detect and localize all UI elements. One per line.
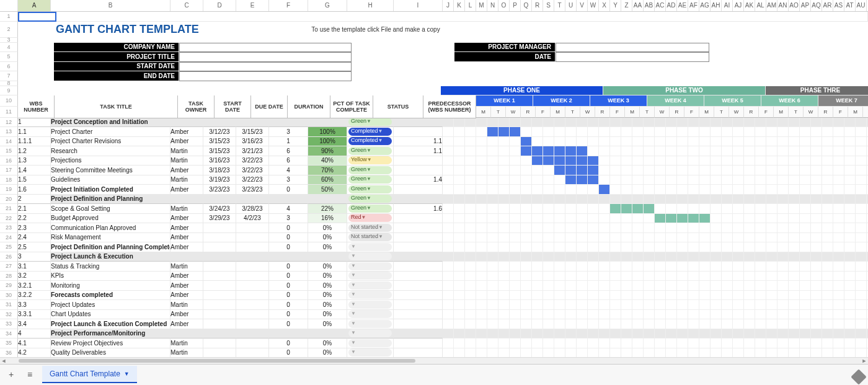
gantt-cell[interactable] — [510, 252, 521, 262]
gantt-cell[interactable] — [856, 223, 867, 233]
gantt-cell[interactable] — [699, 156, 711, 166]
gantt-cell[interactable] — [711, 166, 722, 175]
gantt-cell[interactable] — [677, 329, 688, 339]
gantt-cell[interactable] — [465, 233, 476, 243]
gantt-cell[interactable] — [510, 262, 521, 272]
gantt-cell[interactable] — [711, 223, 722, 233]
cell-wbs[interactable]: 3.2 — [18, 272, 51, 281]
gantt-cell[interactable] — [621, 310, 632, 320]
cell-pct[interactable]: 100% — [308, 137, 347, 147]
gantt-cell[interactable] — [632, 223, 644, 233]
cell-owner[interactable]: Martin — [170, 156, 203, 166]
gantt-cell[interactable] — [588, 300, 599, 310]
gantt-cell[interactable] — [766, 242, 777, 252]
cell-duration[interactable]: 0 — [269, 223, 308, 233]
gantt-cell[interactable] — [722, 319, 733, 329]
gantt-cell[interactable] — [811, 310, 822, 320]
gantt-cell[interactable] — [777, 156, 789, 166]
gantt-cell[interactable] — [532, 300, 543, 310]
gantt-cell[interactable] — [822, 195, 833, 205]
gantt-cell[interactable] — [744, 204, 755, 214]
gantt-cell[interactable] — [621, 156, 632, 166]
gantt-cell[interactable] — [554, 300, 565, 310]
gantt-cell[interactable] — [677, 319, 688, 329]
cell-start[interactable]: 3/19/23 — [203, 175, 236, 185]
col-T[interactable]: T — [554, 0, 565, 11]
cell-duration[interactable] — [269, 195, 308, 205]
gantt-cell[interactable] — [688, 214, 699, 224]
cell-start[interactable] — [203, 291, 236, 301]
cell-duration[interactable] — [269, 329, 308, 339]
gantt-cell[interactable] — [454, 262, 465, 272]
gantt-cell[interactable] — [777, 329, 789, 339]
gantt-cell[interactable] — [789, 300, 800, 310]
gantt-cell[interactable] — [577, 233, 588, 243]
gantt-cell[interactable] — [610, 329, 621, 339]
gantt-cell[interactable] — [577, 339, 588, 348]
cell-due[interactable] — [236, 300, 269, 310]
gantt-cell[interactable] — [744, 339, 755, 348]
gantt-cell[interactable] — [766, 166, 777, 175]
gantt-cell[interactable] — [755, 166, 766, 175]
gantt-cell[interactable] — [443, 214, 454, 224]
gantt-cell[interactable] — [454, 118, 465, 128]
gantt-cell[interactable] — [565, 291, 577, 301]
cell-wbs[interactable]: 1.6 — [18, 185, 51, 195]
col-AB[interactable]: AB — [644, 0, 655, 11]
cell-task[interactable]: Status & Tracking — [51, 262, 170, 272]
gantt-cell[interactable] — [755, 137, 766, 147]
gantt-cell[interactable] — [800, 348, 811, 358]
cell-due[interactable] — [236, 272, 269, 281]
gantt-cell[interactable] — [632, 281, 644, 291]
gantt-cell[interactable] — [666, 348, 677, 358]
gantt-cell[interactable] — [554, 291, 565, 301]
gantt-cell[interactable] — [443, 185, 454, 195]
gantt-cell[interactable] — [789, 223, 800, 233]
gantt-cell[interactable] — [856, 242, 867, 252]
cell-wbs[interactable]: 1.4 — [18, 166, 51, 175]
gantt-cell[interactable] — [644, 118, 655, 128]
gantt-cell[interactable] — [688, 127, 699, 137]
gantt-cell[interactable] — [487, 214, 498, 224]
col-U[interactable]: U — [565, 0, 577, 11]
gantt-cell[interactable] — [610, 127, 621, 137]
gantt-cell[interactable] — [822, 300, 833, 310]
gantt-cell[interactable] — [755, 204, 766, 214]
cell-status[interactable]: ▼ — [347, 272, 394, 281]
cell-duration[interactable]: 6 — [269, 146, 308, 156]
cell-owner[interactable]: Amber — [170, 310, 203, 320]
cell-status[interactable]: Green▼ — [347, 146, 394, 156]
gantt-cell[interactable] — [755, 262, 766, 272]
gantt-cell[interactable] — [588, 348, 599, 358]
gantt-cell[interactable] — [677, 214, 688, 224]
gantt-cell[interactable] — [811, 339, 822, 348]
gantt-cell[interactable] — [722, 262, 733, 272]
gantt-cell[interactable] — [532, 319, 543, 329]
gantt-cell[interactable] — [744, 262, 755, 272]
cell-predecessor[interactable] — [394, 185, 443, 195]
gantt-cell[interactable] — [811, 281, 822, 291]
gantt-cell[interactable] — [577, 195, 588, 205]
gantt-cell[interactable] — [733, 310, 744, 320]
gantt-cell[interactable] — [688, 329, 699, 339]
cell-A1[interactable] — [18, 12, 56, 22]
gantt-cell[interactable] — [443, 281, 454, 291]
gantt-cell[interactable] — [532, 127, 543, 137]
gantt-cell[interactable] — [599, 166, 610, 175]
gantt-cell[interactable] — [532, 195, 543, 205]
gantt-cell[interactable] — [510, 214, 521, 224]
gantt-cell[interactable] — [554, 262, 565, 272]
gantt-cell[interactable] — [677, 175, 688, 185]
cell-pct[interactable]: 100% — [308, 127, 347, 137]
gantt-cell[interactable] — [476, 166, 487, 175]
col-AJ[interactable]: AJ — [733, 0, 744, 11]
gantt-cell[interactable] — [498, 262, 510, 272]
gantt-cell[interactable] — [476, 329, 487, 339]
gantt-cell[interactable] — [722, 252, 733, 262]
gantt-cell[interactable] — [554, 223, 565, 233]
gantt-cell[interactable] — [655, 166, 666, 175]
cell-duration[interactable]: 4 — [269, 166, 308, 175]
gantt-cell[interactable] — [811, 300, 822, 310]
gantt-cell[interactable] — [666, 118, 677, 128]
gantt-cell[interactable] — [800, 195, 811, 205]
